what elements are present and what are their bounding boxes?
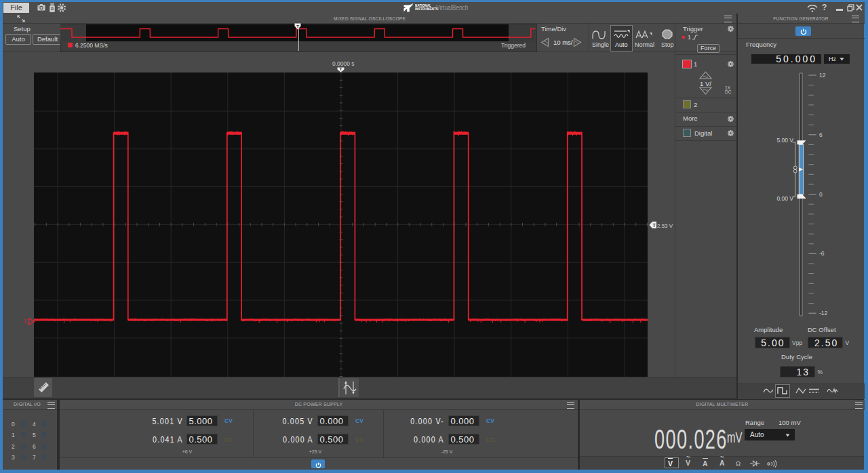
- svg-text:12: 12: [819, 72, 826, 79]
- svg-text:0.00 V: 0.00 V: [776, 195, 793, 202]
- svg-text:-12: -12: [819, 310, 828, 316]
- svg-text:6: 6: [819, 131, 823, 138]
- svg-text:-6: -6: [819, 250, 825, 257]
- svg-text:T: T: [296, 24, 299, 28]
- svg-text:0: 0: [819, 191, 823, 198]
- svg-text:T: T: [652, 222, 656, 228]
- svg-text:5.00 V: 5.00 V: [776, 137, 793, 144]
